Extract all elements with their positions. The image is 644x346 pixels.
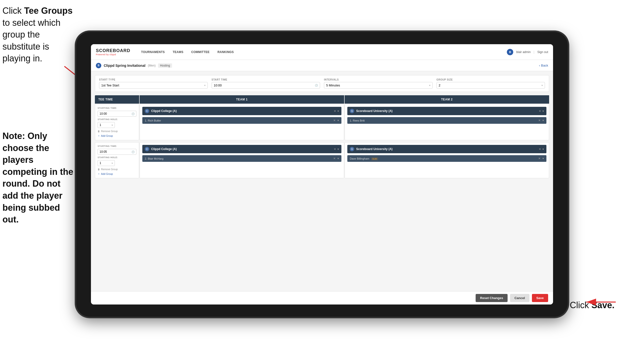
expand-player-2-2[interactable]: ▾	[542, 157, 544, 160]
note-bold-prefix: Note:	[2, 131, 28, 141]
starting-hole-input-2[interactable]: 1 ▾	[98, 160, 115, 166]
sub-header-left: B Clippd Spring Invitational (Men) Hosti…	[96, 63, 172, 68]
tee-time-cell-2: STARTING TIME: 10:05 🕙 STARTING HOLE: 1 …	[95, 142, 139, 178]
team2-entry-1[interactable]: S Scoreboard University (A) ✕ ▾	[347, 107, 546, 115]
tournament-badge: B	[96, 63, 101, 68]
remove-group-button-2[interactable]: 🗑 Remove Group	[98, 168, 136, 171]
start-type-input[interactable]: 1st Tee Start ▾	[99, 82, 208, 89]
expand-team2-1[interactable]: ▾	[542, 109, 544, 113]
nav-teams[interactable]: TEAMS	[169, 48, 187, 56]
back-button[interactable]: ‹ Back	[539, 64, 548, 67]
tournament-type: (Men)	[148, 64, 156, 67]
expand-player-2-1[interactable]: ▾	[542, 119, 544, 122]
starting-hole-label-2: STARTING HOLE:	[98, 156, 136, 159]
trash-icon-2: 🗑	[98, 168, 100, 171]
add-group-button-2[interactable]: ＋ Add Group	[98, 172, 136, 176]
chevron-down-icon: ▾	[204, 84, 206, 87]
expand-team2-2[interactable]: ▾	[542, 148, 544, 151]
player-entry-2-2: Dave Billingham SUB ✕ ▾	[347, 155, 546, 162]
click-save-label: Click Save.	[570, 300, 614, 310]
chevron-down-icon-intervals: ▾	[429, 84, 430, 87]
cancel-button[interactable]: Cancel	[510, 294, 530, 302]
nav-right: B blair admin | Sign out	[507, 49, 548, 55]
group-size-input[interactable]: 2 ▾	[436, 82, 545, 89]
team1-header: Team 1	[140, 95, 344, 104]
intervals-label: Intervals	[324, 78, 432, 81]
tablet-device: SCOREBOARD Powered by clippd TOURNAMENTS…	[76, 32, 568, 317]
team2-actions-1: ✕ ▾	[539, 109, 544, 113]
team1-entry-2[interactable]: C Clippd College (A) ✕ ▾	[142, 145, 342, 153]
tournament-name: Clippd Spring Invitational	[104, 64, 146, 67]
nav-committee[interactable]: COMMITTEE	[188, 48, 213, 56]
starting-hole-label-1: STARTING HOLE:	[98, 118, 136, 121]
intervals-field: Intervals 5 Minutes ▾	[324, 78, 432, 89]
logo-main: SCOREBOARD	[96, 48, 130, 53]
team1-cell-2: C Clippd College (A) ✕ ▾ 2. Blair McHarg	[140, 142, 344, 178]
expand-team1-2[interactable]: ▾	[338, 148, 339, 151]
table-row: STARTING TIME: 10:05 🕙 STARTING HOLE: 1 …	[95, 142, 549, 178]
start-time-input[interactable]: 10:00 🕙	[212, 82, 320, 89]
sub-header: B Clippd Spring Invitational (Men) Hosti…	[91, 60, 553, 71]
chevron-down-icon-group: ▾	[542, 84, 543, 87]
nav-links: TOURNAMENTS TEAMS COMMITTEE RANKINGS	[138, 48, 507, 56]
note-bold: Only choose the players competing in the…	[2, 131, 73, 224]
table-header: Tee Time Team 1 Team 2	[95, 95, 549, 104]
group-size-field: Group Size 2 ▾	[436, 78, 545, 89]
tablet-screen: SCOREBOARD Powered by clippd TOURNAMENTS…	[91, 44, 553, 305]
expand-player-1-1[interactable]: ▾	[338, 119, 339, 122]
sign-out-link[interactable]: Sign out	[537, 50, 548, 54]
remove-group-button-1[interactable]: 🗑 Remove Group	[98, 130, 136, 133]
trash-icon: 🗑	[98, 130, 100, 133]
starting-hole-input-1[interactable]: 1 ▾	[98, 122, 115, 128]
starting-time-input-2[interactable]: 10:05 🕙	[98, 149, 136, 155]
team1-entry-1[interactable]: C Clippd College (A) ✕ ▾	[142, 107, 342, 115]
nav-tournaments[interactable]: TOURNAMENTS	[138, 48, 168, 56]
remove-team2-1[interactable]: ✕	[539, 109, 541, 113]
navbar: SCOREBOARD Powered by clippd TOURNAMENTS…	[91, 44, 553, 60]
team2-cell-1: S Scoreboard University (A) ✕ ▾ 1. Rees …	[344, 104, 549, 140]
team1-name-1: Clippd College (A)	[151, 109, 332, 113]
settings-row: Start Type 1st Tee Start ▾ Start Time 10…	[95, 75, 549, 92]
starting-time-label-2: STARTING TIME:	[98, 145, 136, 147]
footer: Reset Changes Cancel Save	[91, 291, 553, 305]
remove-player-1-2[interactable]: ✕	[333, 157, 336, 160]
avatar: B	[507, 49, 513, 55]
remove-team2-2[interactable]: ✕	[539, 148, 541, 151]
start-type-field: Start Type 1st Tee Start ▾	[99, 78, 208, 89]
remove-player-2-2[interactable]: ✕	[538, 157, 540, 160]
hosting-badge: Hosting	[158, 63, 172, 68]
remove-player-1-1[interactable]: ✕	[333, 119, 336, 122]
team2-actions-2: ✕ ▾	[539, 148, 544, 151]
content-area: Start Type 1st Tee Start ▾ Start Time 10…	[91, 71, 553, 291]
save-bold-label: Save.	[592, 300, 614, 310]
team2-badge-1: S	[350, 109, 354, 113]
expand-team1-1[interactable]: ▾	[338, 109, 339, 113]
player-entry-1-2: 2. Blair McHarg ✕ ▾	[142, 155, 342, 162]
remove-team1-2[interactable]: ✕	[334, 148, 336, 151]
player-name-1-1: 1. Rich Butler	[145, 119, 331, 122]
player-entry-1-1: 1. Rich Butler ✕ ▾	[142, 117, 342, 124]
team1-badge-2: C	[145, 147, 149, 151]
save-button[interactable]: Save	[532, 294, 548, 302]
remove-team1-1[interactable]: ✕	[334, 109, 336, 113]
team2-entry-2[interactable]: S Scoreboard University (A) ✕ ▾	[347, 145, 546, 153]
team1-name-2: Clippd College (A)	[151, 147, 332, 151]
start-time-field: Start Time 10:00 🕙	[212, 78, 320, 89]
tee-groups-list: STARTING TIME: 10:00 🕙 STARTING HOLE: 1 …	[95, 104, 549, 178]
nav-rankings[interactable]: RANKINGS	[214, 48, 237, 56]
intervals-input[interactable]: 5 Minutes ▾	[324, 82, 432, 89]
starting-time-input-1[interactable]: 10:00 🕙	[98, 111, 136, 117]
sub-badge: SUB	[371, 157, 378, 160]
reset-changes-button[interactable]: Reset Changes	[476, 294, 508, 302]
starting-time-label-1: STARTING TIME:	[98, 107, 136, 109]
plus-icon-2: ＋	[98, 172, 100, 176]
expand-player-1-2[interactable]: ▾	[338, 157, 339, 160]
add-group-button-1[interactable]: ＋ Add Group	[98, 134, 136, 137]
tee-time-header: Tee Time	[95, 95, 139, 104]
logo-area: SCOREBOARD Powered by clippd	[96, 48, 130, 56]
tee-groups-bold: Tee Groups	[24, 6, 72, 16]
player-name-1-2: 2. Blair McHarg	[145, 157, 331, 160]
clock-icon-1: 🕙	[132, 112, 134, 115]
remove-player-2-1[interactable]: ✕	[538, 119, 540, 122]
team1-badge-1: C	[145, 109, 149, 113]
